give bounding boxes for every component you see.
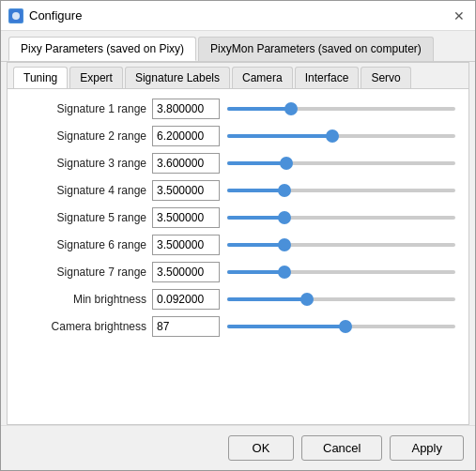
param-label-0: Signature 1 range [21,102,152,115]
slider-container-6 [227,262,455,282]
slider-track-7[interactable] [227,297,455,301]
param-input-3[interactable] [152,180,220,201]
slider-container-3 [227,180,455,201]
slider-track-1[interactable] [227,134,455,138]
slider-container-4 [227,207,455,228]
ok-button[interactable]: OK [228,435,294,461]
slider-thumb-0[interactable] [284,102,298,115]
param-row: Camera brightness [21,316,455,337]
slider-track-3[interactable] [227,189,455,192]
window-title: Configure [29,8,451,23]
param-row: Signature 6 range [21,235,455,255]
slider-track-0[interactable] [227,107,455,111]
param-input-2[interactable] [152,153,220,174]
param-row: Signature 1 range [21,99,455,119]
footer: OK Cancel Apply [1,425,475,470]
param-label-4: Signature 5 range [21,211,152,224]
slider-thumb-8[interactable] [339,320,352,333]
tab-pixy-params[interactable]: Pixy Parameters (saved on Pixy) [8,37,196,61]
cancel-button[interactable]: Cancel [301,435,382,461]
param-input-1[interactable] [152,126,220,146]
slider-thumb-7[interactable] [300,293,314,306]
param-input-4[interactable] [152,207,220,228]
param-label-3: Signature 4 range [21,184,152,197]
param-row: Signature 7 range [21,262,455,282]
param-label-6: Signature 7 range [21,266,152,279]
param-row: Signature 2 range [21,126,455,146]
tab-servo[interactable]: Servo [361,67,410,88]
content-area: Tuning Expert Signature Labels Camera In… [7,62,469,425]
param-row: Signature 4 range [21,180,455,201]
tab-tuning[interactable]: Tuning [13,67,68,88]
slider-track-8[interactable] [227,325,455,328]
slider-thumb-1[interactable] [326,129,339,143]
param-label-2: Signature 3 range [21,157,152,170]
svg-point-1 [12,12,20,20]
tab-signature-labels[interactable]: Signature Labels [125,67,230,88]
slider-container-7 [227,289,455,310]
param-label-1: Signature 2 range [21,129,152,143]
params-area: Signature 1 rangeSignature 2 rangeSignat… [8,89,468,424]
param-input-0[interactable] [152,99,220,119]
tab-expert[interactable]: Expert [69,67,123,88]
tab-interface[interactable]: Interface [295,67,360,88]
slider-thumb-6[interactable] [278,266,291,279]
sub-tab-bar: Tuning Expert Signature Labels Camera In… [8,63,468,89]
window-icon [8,8,23,23]
slider-container-2 [227,153,455,174]
param-input-7[interactable] [152,289,220,310]
slider-thumb-2[interactable] [280,157,293,170]
slider-thumb-5[interactable] [278,238,291,251]
configure-window: Configure ✕ Pixy Parameters (saved on Pi… [0,0,476,471]
slider-track-5[interactable] [227,243,455,247]
slider-track-4[interactable] [227,216,455,220]
param-input-6[interactable] [152,262,220,282]
titlebar: Configure ✕ [1,1,475,31]
param-input-5[interactable] [152,235,220,255]
param-label-8: Camera brightness [21,320,152,333]
slider-thumb-3[interactable] [278,184,291,197]
slider-container-5 [227,235,455,255]
slider-track-2[interactable] [227,161,455,165]
tab-camera[interactable]: Camera [232,67,293,88]
slider-track-6[interactable] [227,270,455,274]
slider-thumb-4[interactable] [278,211,291,224]
close-button[interactable]: ✕ [451,8,468,24]
slider-container-1 [227,126,455,146]
tab-pixymon-params[interactable]: PixyMon Parameters (saved on computer) [198,37,434,61]
param-label-7: Min brightness [21,293,152,306]
param-row: Min brightness [21,289,455,310]
slider-container-0 [227,99,455,119]
param-row: Signature 5 range [21,207,455,228]
slider-container-8 [227,316,455,337]
param-input-8[interactable] [152,316,220,337]
param-label-5: Signature 6 range [21,238,152,251]
param-row: Signature 3 range [21,153,455,174]
apply-button[interactable]: Apply [390,435,464,461]
main-tab-bar: Pixy Parameters (saved on Pixy) PixyMon … [1,31,475,62]
